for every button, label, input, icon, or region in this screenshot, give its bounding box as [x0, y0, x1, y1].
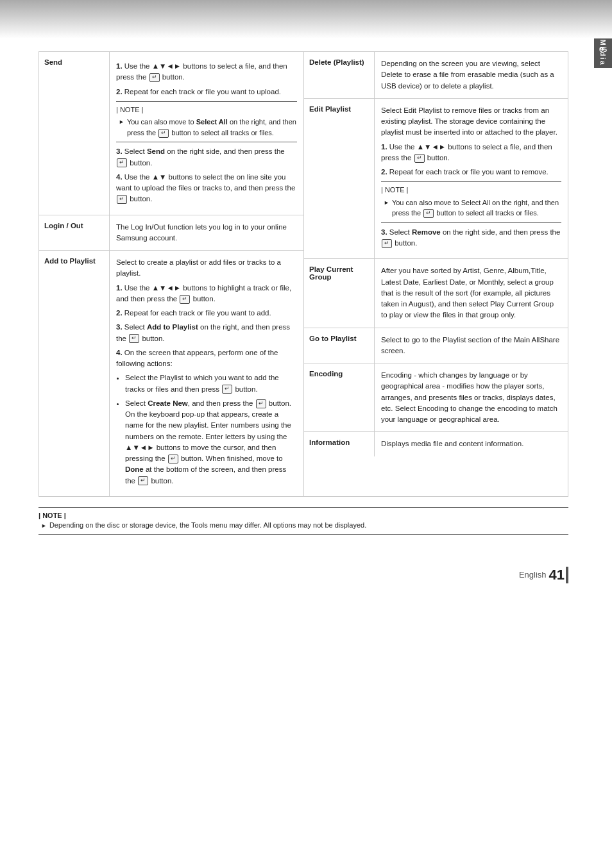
- table-row-playcurrentgroup: Play Current Group After you have sorted…: [304, 259, 568, 328]
- main-table: Send 1. Use the ▲▼◄► buttons to select a…: [38, 51, 568, 497]
- content-login: The Log In/Out function lets you log in …: [110, 215, 303, 251]
- note-item-editplaylist: ► You can also move to Select All on the…: [381, 197, 561, 219]
- bottom-note-item: ► Depending on the disc or storage devic…: [38, 521, 568, 529]
- content-addplaylist: Select to create a playlist or add files…: [110, 251, 303, 496]
- content-send: 1. Use the ▲▼◄► buttons to select a file…: [110, 52, 303, 215]
- table-row-addplaylist: Add to Playlist Select to create a playl…: [39, 251, 303, 496]
- right-column: Delete (Playlist) Depending on the scree…: [303, 51, 568, 497]
- note-editplaylist: | NOTE | ► You can also move to Select A…: [381, 181, 561, 223]
- page-wrapper: 05 Media Play Send 1. Use the ▲▼◄► butto…: [0, 0, 612, 868]
- content-playcurrentgroup: After you have sorted by Artist, Genre, …: [375, 259, 568, 327]
- content-delete: Depending on the screen you are viewing,…: [375, 52, 568, 98]
- label-addplaylist: Add to Playlist: [39, 251, 110, 496]
- arrow-icon-edit: ►: [384, 199, 389, 208]
- side-text-box: Media Play: [594, 60, 612, 68]
- label-encoding: Encoding: [304, 363, 375, 431]
- table-row-login: Login / Out The Log In/Out function lets…: [39, 215, 303, 251]
- label-playcurrentgroup: Play Current Group: [304, 259, 375, 327]
- side-label-text: Media Play: [599, 40, 607, 89]
- label-gotoplaylist: Go to Playlist: [304, 328, 375, 363]
- content-encoding: Encoding - which changes by language or …: [375, 363, 568, 431]
- label-information: Information: [304, 432, 375, 456]
- note-item-send: ► You can also move to Select All on the…: [116, 117, 297, 138]
- bottom-note: | NOTE | ► Depending on the disc or stor…: [38, 507, 568, 535]
- label-editplaylist: Edit Playlist: [304, 99, 375, 259]
- content-area: Send 1. Use the ▲▼◄► buttons to select a…: [0, 38, 594, 554]
- table-row-editplaylist: Edit Playlist Select Edit Playlist to re…: [304, 99, 568, 260]
- left-column: Send 1. Use the ▲▼◄► buttons to select a…: [38, 51, 303, 497]
- table-row-delete: Delete (Playlist) Depending on the scree…: [304, 52, 568, 99]
- footer-bar: [566, 567, 568, 583]
- top-bar: [0, 0, 612, 38]
- side-label-container: 05 Media Play: [594, 38, 612, 68]
- table-row-information: Information Displays media file and cont…: [304, 432, 568, 456]
- bottom-note-title: | NOTE |: [38, 512, 568, 519]
- content-information: Displays media file and content informat…: [375, 432, 568, 456]
- table-row-send: Send 1. Use the ▲▼◄► buttons to select a…: [39, 52, 303, 215]
- arrow-icon-bottom: ►: [41, 522, 47, 529]
- note-send: | NOTE | ► You can also move to Select A…: [116, 101, 297, 143]
- content-editplaylist: Select Edit Playlist to remove files or …: [375, 99, 568, 259]
- content-gotoplaylist: Select to go to the Playlist section of …: [375, 328, 568, 363]
- footer-pagenum: 41: [549, 567, 565, 583]
- arrow-icon: ►: [119, 118, 124, 127]
- label-login: Login / Out: [39, 215, 110, 251]
- label-delete: Delete (Playlist): [304, 52, 375, 98]
- footer-language: English: [519, 570, 547, 580]
- label-send: Send: [39, 52, 110, 215]
- footer-row: English 41: [0, 554, 594, 590]
- table-row-encoding: Encoding Encoding - which changes by lan…: [304, 363, 568, 432]
- table-row-gotoplaylist: Go to Playlist Select to go to the Playl…: [304, 328, 568, 364]
